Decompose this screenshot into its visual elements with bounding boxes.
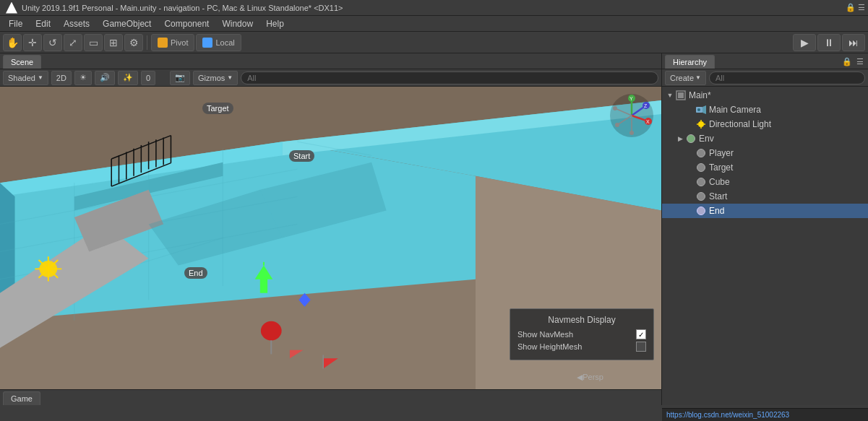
svg-text:Z: Z — [644, 103, 648, 108]
scene-search-container — [241, 71, 658, 84]
tree-item-env[interactable]: ▶ Env — [662, 131, 868, 146]
local-icon — [202, 38, 212, 48]
tree-label-main: Main* — [689, 90, 711, 100]
hand-tool-button[interactable]: ✋ — [3, 34, 22, 51]
menu-window[interactable]: Window — [216, 17, 259, 30]
hierarchy-lock-icon[interactable]: 🔒 — [842, 56, 852, 66]
end-label: End — [184, 267, 207, 279]
pause-button[interactable]: ⏸ — [817, 34, 841, 51]
menu-edit[interactable]: Edit — [30, 17, 56, 30]
navmesh-show-checkbox[interactable] — [636, 329, 646, 339]
navmesh-row-0: Show NavMesh — [517, 329, 646, 339]
tree-label-target: Target — [709, 162, 733, 173]
toolbar: ✋ ✛ ↺ ⤢ ▭ ⊞ ⚙ Pivot Local ▶ ⏸ ⏭ — [0, 32, 868, 53]
tree-arrow-end — [685, 206, 695, 216]
tree-item-end[interactable]: End — [662, 204, 868, 218]
move-tool-button[interactable]: ✛ — [23, 34, 42, 51]
navmesh-height-label: Show HeightMesh — [517, 342, 582, 351]
tab-hierarchy[interactable]: Hierarchy — [665, 55, 715, 69]
menu-assets[interactable]: Assets — [58, 17, 95, 30]
create-button[interactable]: Create ▼ — [665, 71, 706, 85]
hidden-layers-counter[interactable]: 0 — [141, 71, 155, 85]
tree-arrow-dir-light — [685, 119, 695, 129]
menu-help[interactable]: Help — [260, 17, 290, 30]
local-button[interactable]: Local — [196, 34, 241, 51]
pivot-button[interactable]: Pivot — [151, 34, 194, 51]
scene-panel: Scene 🔒 ☰ Shaded ▼ 2D ☀ 🔊 ✨ 0 📷 — [0, 53, 662, 405]
rect-tool-button[interactable]: ▭ — [84, 34, 103, 51]
tree-item-main-camera[interactable]: Main Camera — [662, 103, 868, 117]
settings-tool-button[interactable]: ⚙ — [124, 34, 143, 51]
bottom-tab-bar: Game — [0, 389, 661, 405]
audio-toggle[interactable]: 🔊 — [95, 71, 115, 85]
scene-toolbar: Shaded ▼ 2D ☀ 🔊 ✨ 0 📷 Gizmos ▼ — [0, 69, 661, 87]
navmesh-show-label: Show NavMesh — [517, 330, 573, 339]
hierarchy-toolbar: Create ▼ — [662, 69, 868, 87]
play-button[interactable]: ▶ — [793, 34, 816, 51]
svg-text:X: X — [646, 119, 650, 124]
scale-tool-button[interactable]: ⤢ — [64, 34, 82, 51]
tree-arrow-target — [685, 162, 695, 173]
menu-gameobject[interactable]: GameObject — [97, 17, 157, 30]
tree-item-player[interactable]: Player — [662, 146, 868, 160]
title-bar: Unity 2019.1.9f1 Personal - Main.unity -… — [0, 0, 868, 16]
scene-search-input[interactable] — [241, 71, 658, 84]
svg-point-58 — [613, 106, 617, 110]
toolbar-sep-1 — [147, 35, 147, 50]
main-area: Scene 🔒 ☰ Shaded ▼ 2D ☀ 🔊 ✨ 0 📷 — [0, 53, 868, 405]
svg-point-40 — [261, 321, 282, 341]
step-button[interactable]: ⏭ — [842, 34, 865, 51]
tree-item-start[interactable]: Start — [662, 189, 868, 204]
pivot-icon — [158, 38, 168, 48]
menu-file[interactable]: File — [3, 17, 28, 30]
navmesh-display: Navmesh Display Show NavMesh Show Height… — [510, 308, 654, 360]
tree-item-main[interactable]: ▼ Main* — [662, 88, 868, 103]
tree-label-cube: Cube — [709, 177, 730, 187]
gizmos-dropdown[interactable]: Gizmos ▼ — [193, 71, 238, 85]
target-label: Target — [202, 103, 233, 114]
hierarchy-panel-icons: 🔒 ☰ — [842, 56, 865, 66]
menu-component[interactable]: Component — [158, 17, 215, 30]
shade-mode-dropdown[interactable]: Shaded ▼ — [3, 71, 48, 85]
tab-scene[interactable]: Scene — [3, 55, 41, 69]
pivot-label: Pivot — [171, 38, 188, 47]
scene-panel-menu-icon[interactable]: ☰ — [858, 3, 865, 12]
tree-item-cube[interactable]: Cube — [662, 175, 868, 189]
lighting-toggle[interactable]: ☀ — [74, 71, 92, 85]
tree-label-end: End — [709, 206, 724, 216]
local-label: Local — [215, 38, 234, 47]
camera-dropdown[interactable]: 📷 — [170, 71, 190, 85]
tree-arrow-player — [685, 148, 695, 158]
tree-icon-cube — [695, 176, 707, 188]
scene-toolbar-sep — [158, 71, 167, 85]
tab-game[interactable]: Game — [3, 391, 40, 405]
create-dropdown-arrow: ▼ — [695, 74, 701, 81]
scene-viewport[interactable]: Target Start End Y Z — [0, 87, 661, 389]
effects-toggle[interactable]: ✨ — [118, 71, 138, 85]
tree-item-dir-light[interactable]: Directional Light — [662, 117, 868, 131]
hierarchy-menu-icon[interactable]: ☰ — [855, 56, 865, 66]
tree-icon-end — [695, 205, 707, 217]
scene-panel-lock-icon[interactable]: 🔒 — [846, 3, 856, 12]
svg-rect-62 — [678, 92, 684, 98]
rotate-tool-button[interactable]: ↺ — [43, 34, 62, 51]
tree-item-target[interactable]: Target — [662, 160, 868, 175]
tree-arrow-start — [685, 191, 695, 201]
hierarchy-tab-bar: Hierarchy 🔒 ☰ — [662, 53, 868, 69]
tree-icon-env — [685, 133, 697, 144]
hierarchy-search-input[interactable] — [709, 71, 865, 84]
shade-dropdown-arrow: ▼ — [38, 74, 43, 81]
url-text: https://blog.csdn.net/weixin_51002263 — [666, 411, 789, 419]
url-bar: https://blog.csdn.net/weixin_51002263 — [662, 408, 868, 421]
tree-label-env: Env — [699, 134, 714, 144]
navmesh-height-checkbox[interactable] — [636, 342, 646, 352]
2d-button[interactable]: 2D — [51, 71, 72, 85]
svg-rect-41 — [270, 340, 272, 354]
tree-icon-player — [695, 147, 707, 159]
start-label: Start — [289, 150, 314, 162]
tree-label-start: Start — [709, 191, 727, 201]
transform-tool-button[interactable]: ⊞ — [104, 34, 123, 51]
tree-icon-camera — [695, 104, 707, 116]
menu-bar: File Edit Assets GameObject Component Wi… — [0, 16, 868, 32]
persp-label: ◀Persp — [577, 373, 603, 382]
